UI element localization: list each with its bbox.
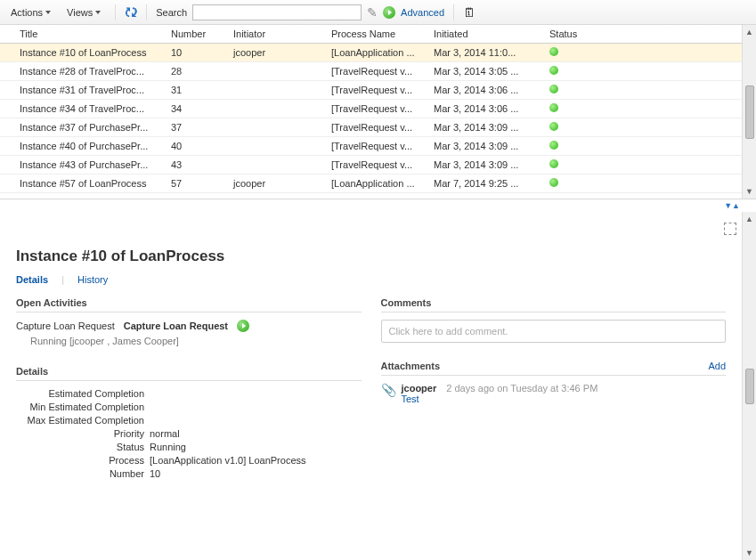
row-handle[interactable] xyxy=(0,156,14,174)
cell-process: [TravelRequest v... xyxy=(326,100,428,118)
clear-icon[interactable]: ✎ xyxy=(367,5,378,20)
row-handle[interactable] xyxy=(0,174,14,193)
cell-initiator xyxy=(228,100,326,118)
scroll-track[interactable] xyxy=(743,226,756,369)
cell-process: [TravelRequest v... xyxy=(326,156,428,174)
instances-table-scroll: Title Number Initiator Process Name Init… xyxy=(0,25,742,199)
separator xyxy=(146,4,147,20)
table-row[interactable]: Instance #40 of PurchasePr...40[TravelRe… xyxy=(0,137,742,156)
cell-initiator xyxy=(228,156,326,174)
views-label: Views xyxy=(67,7,93,18)
activity-link[interactable]: Capture Loan Request xyxy=(124,321,228,331)
cell-status xyxy=(544,137,742,156)
cell-status xyxy=(544,100,742,118)
table-row[interactable]: Instance #10 of LoanProcess10jcooper[Loa… xyxy=(0,44,742,62)
col-initiator[interactable]: Initiator xyxy=(228,25,326,44)
cell-number: 31 xyxy=(166,81,228,100)
col-handle[interactable] xyxy=(0,25,14,44)
cell-initiator xyxy=(228,137,326,156)
cell-initiator xyxy=(228,62,326,81)
tab-details[interactable]: Details xyxy=(16,274,48,285)
table-row[interactable]: Instance #43 of PurchasePr...43[TravelRe… xyxy=(0,156,742,174)
row-handle[interactable] xyxy=(0,44,14,62)
cell-process: [LoanApplication ... xyxy=(326,174,428,193)
col-initiated[interactable]: Initiated xyxy=(428,25,544,44)
status-dot-icon xyxy=(549,47,558,56)
refresh-icon[interactable]: 🗘 xyxy=(125,5,137,20)
table-scrollbar[interactable]: ▲ ▼ xyxy=(742,25,756,199)
scroll-track[interactable] xyxy=(743,404,756,547)
cell-status xyxy=(544,156,742,174)
actions-menu[interactable]: Actions xyxy=(5,5,56,20)
col-title[interactable]: Title xyxy=(14,25,166,44)
col-number[interactable]: Number xyxy=(166,25,228,44)
cell-status xyxy=(544,81,742,100)
separator xyxy=(115,4,116,20)
cell-initiated: Mar 3, 2014 11:0... xyxy=(428,44,544,62)
col-status[interactable]: Status xyxy=(544,25,742,44)
views-menu[interactable]: Views xyxy=(61,5,106,20)
detail-tabs: Details | History xyxy=(16,274,726,285)
cell-title: Instance #34 of TravelProc... xyxy=(14,100,166,118)
attachment-user: jcooper xyxy=(402,383,437,394)
scroll-track[interactable] xyxy=(743,139,756,185)
cell-title: Instance #37 of PurchasePr... xyxy=(14,118,166,137)
scroll-track[interactable] xyxy=(743,39,756,85)
row-handle[interactable] xyxy=(0,118,14,137)
run-search-icon[interactable] xyxy=(383,6,395,19)
k-status: Status xyxy=(16,442,150,452)
splitter-handle[interactable]: ▼▲ xyxy=(0,199,756,212)
scroll-up-icon[interactable]: ▲ xyxy=(745,212,753,226)
row-handle[interactable] xyxy=(0,137,14,156)
table-row[interactable]: Instance #28 of TravelProc...28[TravelRe… xyxy=(0,62,742,81)
instances-table-wrap: Title Number Initiator Process Name Init… xyxy=(0,25,756,199)
cell-number: 40 xyxy=(166,137,228,156)
k-priority: Priority xyxy=(16,428,150,439)
row-handle[interactable] xyxy=(0,100,14,118)
k-number: Number xyxy=(16,468,150,479)
status-dot-icon xyxy=(549,85,558,93)
k-max: Max Estimated Completion xyxy=(16,415,150,426)
table-row[interactable]: Instance #31 of TravelProc...31[TravelRe… xyxy=(0,81,742,100)
cell-title: Instance #10 of LoanProcess xyxy=(14,44,166,62)
scroll-up-icon[interactable]: ▲ xyxy=(745,25,753,39)
table-row[interactable]: Instance #34 of TravelProc...34[TravelRe… xyxy=(0,100,742,118)
status-dot-icon xyxy=(549,122,558,131)
scroll-thumb[interactable] xyxy=(745,85,754,139)
v-status: Running xyxy=(150,442,186,452)
open-activities-heading: Open Activities xyxy=(16,297,362,312)
add-attachment-link[interactable]: Add xyxy=(708,361,726,371)
v-process: [LoanApplication v1.0] LoanProcess xyxy=(150,455,306,466)
scroll-down-icon[interactable]: ▼ xyxy=(745,184,753,199)
comment-input[interactable]: Click here to add comment. xyxy=(381,320,727,343)
table-row[interactable]: Instance #57 of LoanProcess57jcooper[Loa… xyxy=(0,174,742,193)
detail-scrollbar[interactable]: ▲ ▼ xyxy=(742,212,756,560)
search-input[interactable] xyxy=(192,4,362,20)
cell-initiated: Mar 3, 2014 3:05 ... xyxy=(428,62,544,81)
scroll-thumb[interactable] xyxy=(745,369,754,404)
attachment-title[interactable]: Test xyxy=(402,394,598,404)
cell-process: [TravelRequest v... xyxy=(326,81,428,100)
status-dot-icon xyxy=(549,103,558,112)
status-dot-icon xyxy=(549,141,558,150)
cell-status xyxy=(544,62,742,81)
actions-label: Actions xyxy=(11,7,43,18)
attachments-heading-row: Attachments Add xyxy=(381,361,727,376)
tab-history[interactable]: History xyxy=(77,274,108,285)
cell-initiator: jcooper xyxy=(228,44,326,62)
status-dot-icon xyxy=(549,66,558,75)
cell-initiated: Mar 3, 2014 3:06 ... xyxy=(428,81,544,100)
v-number: 10 xyxy=(150,468,160,479)
col-process[interactable]: Process Name xyxy=(326,25,428,44)
table-row[interactable]: Instance #37 of PurchasePr...37[TravelRe… xyxy=(0,118,742,137)
tool-icon[interactable]: 🗓 xyxy=(463,5,476,20)
scroll-down-icon[interactable]: ▼ xyxy=(745,546,753,560)
cell-process: [TravelRequest v... xyxy=(326,62,428,81)
advanced-link[interactable]: Advanced xyxy=(401,7,444,18)
activity-row: Capture Loan Request Capture Loan Reques… xyxy=(16,320,362,332)
chevron-down-icon xyxy=(45,11,51,14)
row-handle[interactable] xyxy=(0,81,14,100)
row-handle[interactable] xyxy=(0,62,14,81)
comments-heading: Comments xyxy=(381,297,727,312)
maximize-icon[interactable] xyxy=(724,223,736,235)
